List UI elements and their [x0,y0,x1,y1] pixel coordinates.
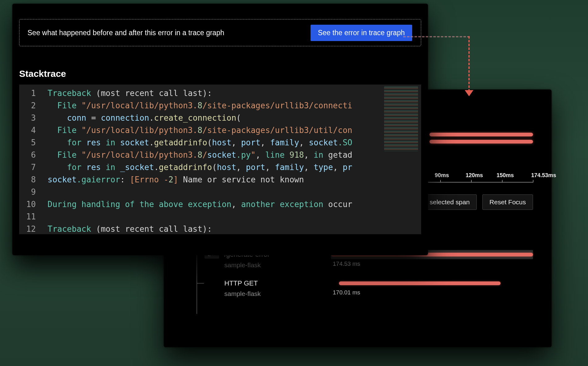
trace-callout: See what happened before and after this … [19,19,421,46]
span-name: HTTP GET [224,279,331,288]
code-line-number: 5 [19,136,36,149]
code-line: File "/usr/local/lib/python3.8/site-pack… [48,99,381,112]
trace-overview-bar [429,140,533,143]
span-text: HTTP GETsample-flask [224,279,331,298]
span-duration: 174.53 ms [333,260,360,267]
span-bar-fill [339,281,501,285]
trace-overview-bars [429,133,533,147]
trace-tree [195,279,224,296]
code-line-number: 8 [19,173,36,186]
code-line: socket.gaierror: [Errno -2] Name or serv… [48,173,381,186]
axis-tick-label: 120ms [466,172,483,179]
code-line-number: 1 [19,87,36,99]
arrow-vertical [468,36,470,92]
tree-vline [197,276,197,314]
tree-hline [197,283,204,284]
code-line [48,210,381,223]
axis-tick-label: 150ms [497,172,514,179]
code-line-number: 10 [19,198,36,210]
trace-callout-text: See what happened before and after this … [27,29,224,37]
see-trace-button[interactable]: See the error in trace graph [311,25,412,41]
code-line-number: 11 [19,210,36,223]
axis-tick-label: 90ms [435,172,449,179]
stacktrace-code[interactable]: 123456789101112 Traceback (most recent c… [19,85,421,234]
focus-selected-span-button[interactable]: selected span [423,194,477,210]
code-line: File "/usr/local/lib/python3.8/socket.py… [48,149,381,161]
code-line-number: 4 [19,124,36,136]
span-bar-area: 170.01 ms [331,279,533,297]
code-body: Traceback (most recent call last): File … [42,85,381,234]
code-line-number: 7 [19,161,36,173]
axis-tick-label: 174.53ms [531,172,556,179]
span-service: sample-flask [224,289,331,298]
span-duration: 170.01 ms [333,289,360,296]
trace-buttons: selected span Reset Focus [423,194,533,210]
trace-time-axis: is90ms120ms150ms174.53ms [409,182,533,182]
code-line: File "/usr/local/lib/python3.8/site-pack… [48,124,381,136]
code-gutter: 123456789101112 [19,85,42,234]
code-line: During handling of the above exception, … [48,198,381,210]
section-stacktrace-title: Stacktrace [19,69,428,79]
code-minimap[interactable] [384,86,418,151]
trace-span-row[interactable]: HTTP GETsample-flask170.01 ms [195,279,533,298]
code-line-number: 6 [19,149,36,161]
reset-focus-button[interactable]: Reset Focus [482,194,533,210]
span-service: sample-flask [224,261,331,269]
code-line: for res in socket.getaddrinfo(host, port… [48,136,381,149]
code-line-number: 3 [19,112,36,124]
code-line: Traceback (most recent call last): [48,87,381,99]
code-line: conn = connection.create_connection( [48,112,381,124]
code-line: for res in _socket.getaddrinfo(host, por… [48,161,381,173]
trace-span-list: 2/generate-errorsample-flask174.53 msHTT… [195,250,533,307]
code-line-number: 12 [19,223,36,234]
code-line [48,186,381,198]
code-line-number: 2 [19,99,36,112]
trace-overview-bar [429,133,533,136]
stacktrace-panel: See what happened before and after this … [12,4,428,255]
code-line: Traceback (most recent call last): [48,223,381,234]
code-line-number: 9 [19,186,36,198]
